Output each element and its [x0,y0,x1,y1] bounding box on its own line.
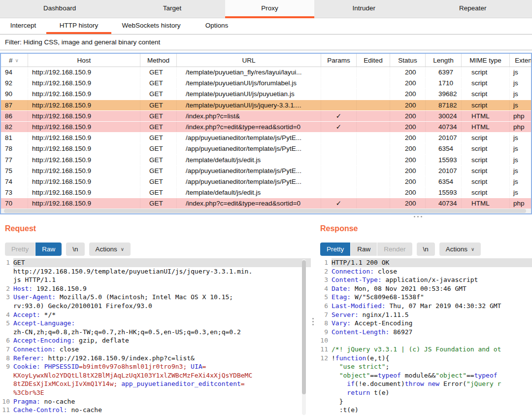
request-newline-toggle-button[interactable]: \n [66,243,84,256]
column-header-extension[interactable]: Extension [510,54,532,67]
request-actions-button[interactable]: Actions∨ [89,243,131,256]
line-number: 1 [0,258,13,267]
tab-intruder[interactable]: Intruder [314,0,414,18]
cell-length: 6354 [426,176,462,187]
cell-ext: js [510,78,532,88]
horizontal-scrollbar-thumb[interactable] [4,209,526,213]
table-row[interactable]: 90http://192.168.150.9GET/template/puyue… [1,89,531,100]
cell-url: /index.php?c=edit&type=read&sortid=0 [177,122,321,132]
table-row[interactable]: 82http://192.168.150.9GET/index.php?c=ed… [1,122,531,133]
cell-ext: php [510,198,532,208]
table-row[interactable]: 75http://192.168.150.9GET/app/puyuetiane… [1,166,531,176]
cell-id: 73 [1,187,28,198]
request-scrollbar[interactable] [302,259,306,415]
message-editor-area: Request PrettyRaw\nActions∨ 1GEThttp://1… [0,218,532,416]
sub-tab-intercept[interactable]: Intercept [0,18,46,34]
cell-status: 200 [390,198,426,208]
response-tab-raw[interactable]: Raw [351,243,377,256]
column-header-label: Edited [364,57,382,64]
table-row[interactable]: 87http://192.168.150.9GET/template/puyue… [1,100,531,111]
line-number: 2 [0,284,13,293]
table-row[interactable]: 86http://192.168.150.9GET/index.php?c=li… [1,111,531,122]
line-number: 3 [315,276,332,284]
tab-label: Repeater [459,4,487,12]
sub-tab-http-history[interactable]: HTTP history [46,18,111,34]
request-tab-raw[interactable]: Raw [35,243,62,256]
request-tab-pretty[interactable]: Pretty [5,243,35,256]
response-tab-pretty[interactable]: Pretty [320,243,350,256]
column-header-status[interactable]: Status [390,54,426,67]
cell-status: 200 [390,143,426,154]
table-row[interactable]: 78http://192.168.150.9GET/app/puyuetiane… [1,143,531,154]
column-header-method[interactable]: Method [140,54,177,67]
column-header-edited[interactable]: Edited [357,54,390,67]
code-line: 9Cookie: PHPSESSID=b9imt0v97o8hsml01jr0t… [0,362,311,371]
code-line: KXoyLywxNlo2YDQtLl8tX2BlMjAqLzUqX103Y1xl… [0,371,311,380]
table-row[interactable]: 74http://192.168.150.9GET/app/puyuetiane… [1,176,531,187]
request-scrollbar-thumb[interactable] [302,260,306,394]
line-number [0,302,13,311]
table-row[interactable]: 73http://192.168.150.9GET/template/defau… [1,187,531,198]
table-row[interactable]: 81http://192.168.150.9GET/app/puyuetiane… [1,133,531,143]
cell-url: /template/puyuetianUI/js/jquery-3.3.1...… [177,100,321,110]
line-number [0,276,13,284]
horizontal-scrollbar[interactable] [1,208,531,213]
code-line: return t(e) [315,388,532,397]
cell-ext: js [510,155,532,165]
tab-proxy[interactable]: Proxy [225,0,314,18]
cell-status: 200 [390,122,426,132]
code-text: GET [13,258,311,267]
request-panel: Request PrettyRaw\nActions∨ 1GEThttp://1… [0,218,311,416]
code-text: User-Agent: Mozilla/5.0 (Macintosh; Inte… [13,293,311,302]
cell-params [321,166,357,176]
tab-dashboard[interactable]: Dashboard [0,0,119,18]
code-text: Pragma: no-cache [13,397,311,406]
filter-text: Filter: Hiding CSS, image and general bi… [5,38,160,46]
request-response-splitter[interactable] [311,218,315,416]
line-number: 12 [315,354,332,363]
line-number [315,380,332,388]
request-editor[interactable]: 1GEThttp://192.168.150.9/template/puyuet… [0,258,311,416]
tab-label: Intruder [353,4,376,12]
cell-id: 81 [1,133,28,143]
tab-target[interactable]: Target [119,0,225,18]
cell-id: 74 [1,176,28,187]
http-history-filter-bar[interactable]: Filter: Hiding CSS, image and general bi… [0,34,532,50]
line-number [0,328,13,337]
line-number [0,267,13,276]
table-row[interactable]: 94http://192.168.150.9GET/template/puyue… [1,67,531,78]
cell-length: 15593 [426,155,462,165]
cell-host: http://192.168.150.9 [28,78,140,88]
cell-params [321,89,357,99]
table-row[interactable]: 77http://192.168.150.9GET/template/defau… [1,155,531,166]
code-line: 8tZDEsXjIxMCoxLjIvXmQ1Y14w; app_puyuetia… [0,380,311,388]
sub-tab-websockets-history[interactable]: WebSockets history [111,18,191,34]
table-row[interactable]: 70http://192.168.150.9GET/index.php?c=ed… [1,198,531,209]
column-header-label: Status [398,57,417,64]
table-row[interactable]: 92http://192.168.150.9GET/template/puyue… [1,78,531,89]
response-newline-toggle-button[interactable]: \n [417,243,435,256]
response-editor[interactable]: 1HTTP/1.1 200 OK2Connection: close3Conte… [315,258,532,416]
column-header-mime-type[interactable]: MIME type [462,54,510,67]
cell-edited [357,111,390,121]
cell-edited [357,67,390,77]
response-tab-render[interactable]: Render [377,243,412,256]
column-header-url[interactable]: URL [177,54,321,67]
table-editor-splitter[interactable] [0,214,532,218]
column-header-label: Length [433,57,453,64]
column-header-params[interactable]: Params [321,54,357,67]
code-text: Date: Mon, 08 Nov 2021 00:53:46 GMT [332,284,532,293]
response-actions-button[interactable]: Actions∨ [439,243,481,256]
cell-url: /template/default/js/edit.js [177,187,321,198]
cell-length: 39682 [426,89,462,99]
column-header-host[interactable]: Host [28,54,140,67]
column-header-length[interactable]: Length [426,54,462,67]
tab-repeater[interactable]: Repeater [414,0,532,18]
cell-mime: script [462,187,510,198]
cell-id: 86 [1,111,28,121]
column-header--[interactable]: #∨ [1,54,28,67]
code-text: js HTTP/1.1 [13,276,311,284]
sub-tab-options[interactable]: Options [191,18,242,34]
code-text: :t(e) [332,406,532,415]
line-number [315,406,332,415]
